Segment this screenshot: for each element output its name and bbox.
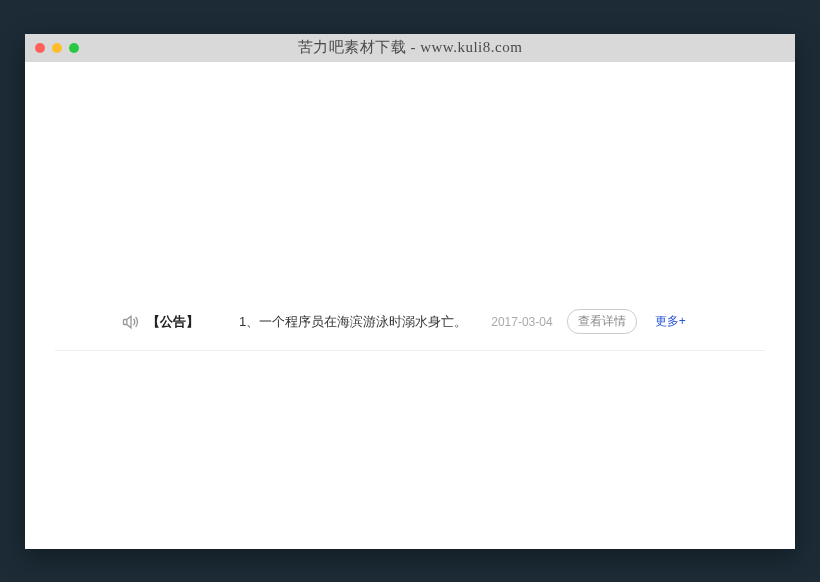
announcement-text: 1、一个程序员在海滨游泳时溺水身亡。 <box>239 313 467 331</box>
app-window: 苦力吧素材下载 - www.kuli8.com 【公告】 1、一个程序员在海滨游… <box>25 34 795 549</box>
announcement-row: 【公告】 1、一个程序员在海滨游泳时溺水身亡。 2017-03-04 查看详情 … <box>25 297 795 347</box>
announcement-label: 【公告】 <box>147 313 199 331</box>
window-title: 苦力吧素材下载 - www.kuli8.com <box>298 38 523 57</box>
content-area: 【公告】 1、一个程序员在海滨游泳时溺水身亡。 2017-03-04 查看详情 … <box>25 62 795 549</box>
view-details-button[interactable]: 查看详情 <box>567 309 637 334</box>
more-link[interactable]: 更多+ <box>655 313 686 330</box>
traffic-lights <box>35 43 79 53</box>
titlebar: 苦力吧素材下载 - www.kuli8.com <box>25 34 795 62</box>
maximize-icon[interactable] <box>69 43 79 53</box>
speaker-icon <box>121 312 141 332</box>
close-icon[interactable] <box>35 43 45 53</box>
svg-rect-0 <box>124 319 127 324</box>
announcement-date: 2017-03-04 <box>491 315 552 329</box>
minimize-icon[interactable] <box>52 43 62 53</box>
divider <box>55 350 765 351</box>
